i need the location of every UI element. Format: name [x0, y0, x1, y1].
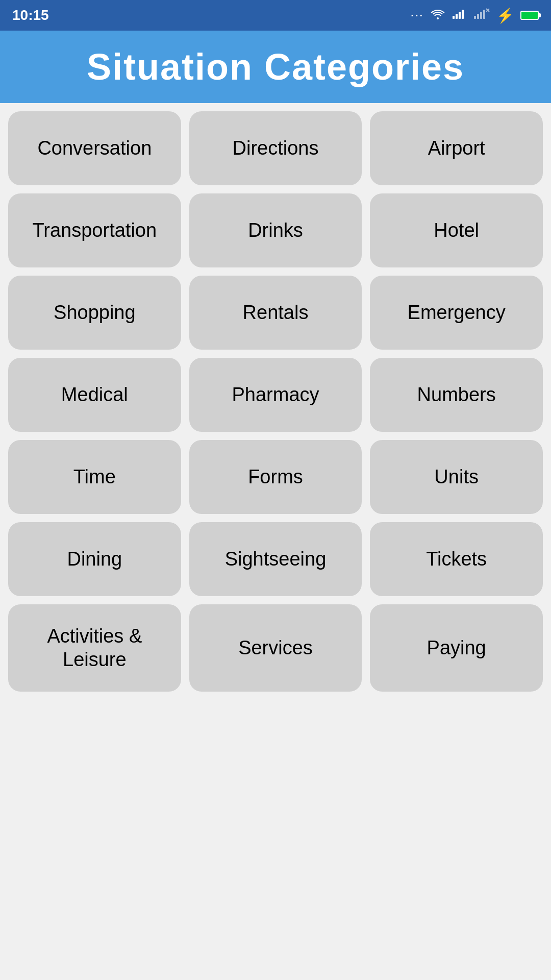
svg-rect-8: [483, 10, 485, 19]
page-title: Situation Categories: [10, 46, 541, 88]
category-btn-emergency[interactable]: Emergency: [370, 276, 543, 350]
svg-rect-1: [453, 16, 455, 19]
svg-rect-2: [456, 14, 458, 19]
svg-rect-5: [474, 16, 476, 19]
category-btn-sightseeing[interactable]: Sightseeing: [189, 522, 362, 596]
category-btn-tickets[interactable]: Tickets: [370, 522, 543, 596]
category-btn-conversation[interactable]: Conversation: [8, 111, 181, 185]
category-btn-dining[interactable]: Dining: [8, 522, 181, 596]
category-btn-airport[interactable]: Airport: [370, 111, 543, 185]
category-btn-time[interactable]: Time: [8, 440, 181, 514]
battery-icon: [520, 11, 539, 20]
category-btn-forms[interactable]: Forms: [189, 440, 362, 514]
svg-rect-3: [459, 12, 461, 19]
svg-rect-7: [480, 12, 482, 19]
category-btn-paying[interactable]: Paying: [370, 604, 543, 692]
category-btn-directions[interactable]: Directions: [189, 111, 362, 185]
signal-x-icon: [473, 7, 490, 23]
charging-icon: ⚡: [496, 7, 514, 24]
category-btn-shopping[interactable]: Shopping: [8, 276, 181, 350]
category-btn-units[interactable]: Units: [370, 440, 543, 514]
category-btn-drinks[interactable]: Drinks: [189, 193, 362, 267]
category-btn-pharmacy[interactable]: Pharmacy: [189, 358, 362, 432]
wifi-icon: [430, 7, 445, 23]
dots-icon: ···: [411, 10, 424, 21]
signal-icon: [452, 7, 467, 23]
category-btn-numbers[interactable]: Numbers: [370, 358, 543, 432]
svg-point-0: [437, 17, 439, 19]
svg-rect-4: [462, 10, 464, 19]
category-btn-hotel[interactable]: Hotel: [370, 193, 543, 267]
svg-rect-6: [477, 14, 479, 19]
category-btn-rentals[interactable]: Rentals: [189, 276, 362, 350]
category-btn-activities-leisure[interactable]: Activities & Leisure: [8, 604, 181, 692]
status-bar: 10:15 ···: [0, 0, 551, 31]
status-icons: ···: [411, 7, 539, 24]
page-header: Situation Categories: [0, 31, 551, 103]
category-btn-transportation[interactable]: Transportation: [8, 193, 181, 267]
category-btn-medical[interactable]: Medical: [8, 358, 181, 432]
status-time: 10:15: [12, 7, 49, 23]
categories-grid: ConversationDirectionsAirportTransportat…: [0, 103, 551, 700]
category-btn-services[interactable]: Services: [189, 604, 362, 692]
